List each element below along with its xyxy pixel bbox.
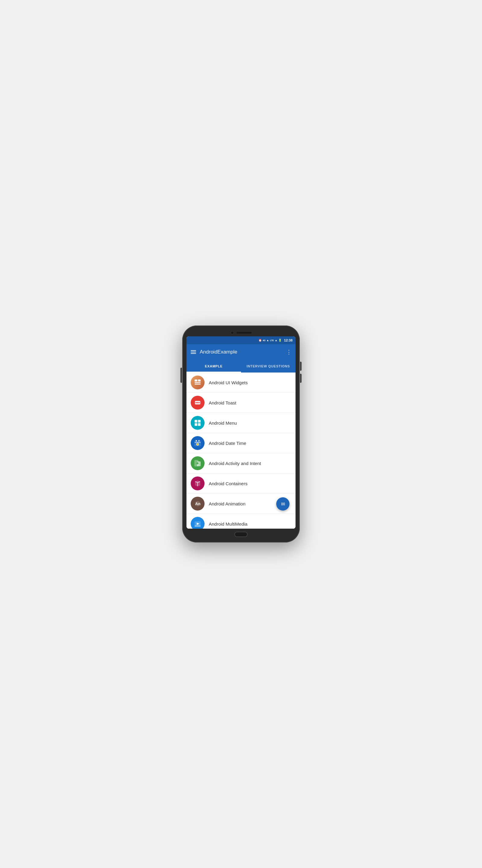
datetime-icon xyxy=(191,436,204,450)
status-bar: ⏰ 4G ▲ LTE ▲ 🔋 12:38 xyxy=(187,336,295,344)
volume-up-button[interactable] xyxy=(300,362,301,371)
svg-rect-11 xyxy=(198,423,201,426)
signal-icon: ▲ xyxy=(275,339,278,342)
svg-rect-1 xyxy=(198,379,201,381)
list-item-ui-widgets[interactable]: Android UI Widgets xyxy=(187,373,295,393)
email-fab-button[interactable]: ✉ xyxy=(276,497,289,510)
app-title: AndroidExample xyxy=(200,349,283,355)
tab-interview-questions[interactable]: INTERVIEW QUESTIONS xyxy=(241,360,295,373)
alarm-icon: ⏰ xyxy=(258,339,262,342)
svg-point-5 xyxy=(195,402,197,403)
svg-point-7 xyxy=(198,402,200,403)
battery-icon: 🔋 xyxy=(278,339,282,342)
front-camera xyxy=(230,331,234,335)
overflow-menu-button[interactable]: ⋮ xyxy=(286,349,291,355)
svg-rect-13 xyxy=(196,440,197,441)
animation-icon: An xyxy=(191,497,204,510)
lte-icon: LTE xyxy=(270,339,274,341)
multimedia-label: Android MultiMedia xyxy=(209,521,247,527)
items-list: Android UI Widgets Android Toast xyxy=(187,373,295,529)
menu-label: Android Menu xyxy=(209,421,237,426)
datetime-label: Android Date Time xyxy=(209,441,246,446)
ui-widgets-label: Android UI Widgets xyxy=(209,380,248,385)
list-item-multimedia[interactable]: Android MultiMedia xyxy=(187,514,295,529)
svg-rect-15 xyxy=(195,442,201,443)
toolbar: AndroidExample ⋮ xyxy=(187,344,295,360)
volume-down-button[interactable] xyxy=(300,374,301,383)
power-button[interactable] xyxy=(181,368,182,383)
list-item-menu[interactable]: Android Menu xyxy=(187,413,295,433)
phone-frame: ⏰ 4G ▲ LTE ▲ 🔋 12:38 AndroidExample ⋮ EX… xyxy=(182,326,300,542)
earpiece-speaker xyxy=(236,332,252,334)
status-icons: ⏰ 4G ▲ LTE ▲ 🔋 xyxy=(258,339,282,342)
phone-screen: ⏰ 4G ▲ LTE ▲ 🔋 12:38 AndroidExample ⋮ EX… xyxy=(187,336,295,529)
wifi-icon: ▲ xyxy=(266,339,269,342)
svg-rect-26 xyxy=(195,526,201,527)
list-item-activity[interactable]: Android Activity and Intent xyxy=(187,453,295,473)
email-icon: ✉ xyxy=(281,501,285,507)
svg-rect-0 xyxy=(195,379,197,381)
notch-area xyxy=(187,331,295,335)
tab-bar: EXAMPLE INTERVIEW QUESTIONS xyxy=(187,360,295,373)
activity-icon xyxy=(191,456,204,470)
menu-icon xyxy=(191,416,204,430)
svg-rect-8 xyxy=(195,420,197,423)
svg-rect-3 xyxy=(195,384,201,384)
svg-rect-14 xyxy=(198,440,199,441)
toast-icon xyxy=(191,396,204,410)
hamburger-menu-button[interactable] xyxy=(191,350,196,354)
list-item-containers[interactable]: Android Containers xyxy=(187,473,295,494)
status-time: 12:38 xyxy=(284,338,292,342)
toast-label: Android Toast xyxy=(209,400,236,405)
4g-icon: 4G xyxy=(263,339,265,341)
multimedia-icon xyxy=(191,517,204,529)
containers-label: Android Containers xyxy=(209,481,247,486)
svg-text:An: An xyxy=(195,501,200,506)
activity-label: Android Activity and Intent xyxy=(209,461,261,466)
list-item-datetime[interactable]: Android Date Time xyxy=(187,433,295,453)
containers-icon xyxy=(191,476,204,490)
svg-rect-2 xyxy=(195,382,201,383)
phone-bottom xyxy=(187,529,295,537)
svg-rect-9 xyxy=(198,420,201,423)
tab-example[interactable]: EXAMPLE xyxy=(187,360,241,373)
list-item-toast[interactable]: Android Toast xyxy=(187,393,295,413)
svg-point-6 xyxy=(197,402,198,403)
svg-rect-10 xyxy=(195,423,197,426)
ui-widgets-icon xyxy=(191,375,204,390)
home-button[interactable] xyxy=(234,532,248,537)
animation-label: Android Animation xyxy=(209,501,246,506)
